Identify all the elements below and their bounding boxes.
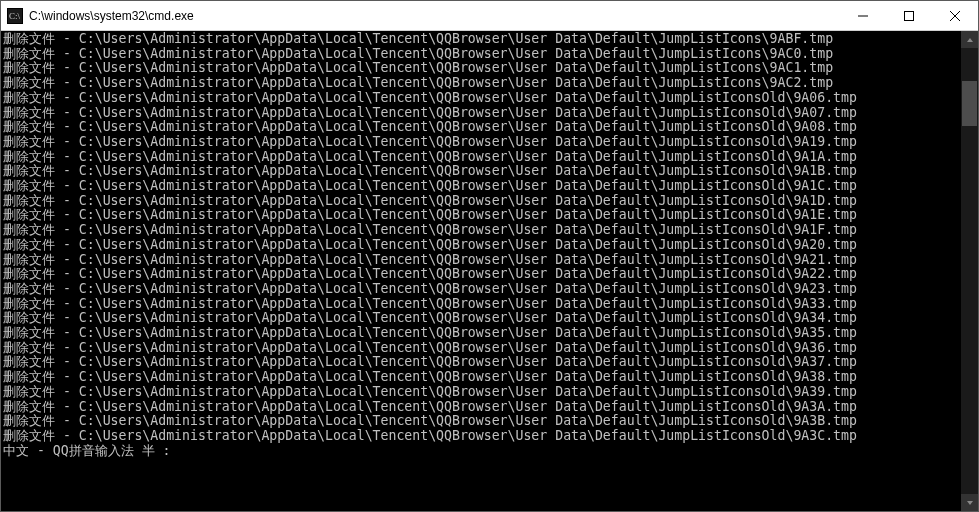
- console-line: 删除文件 - C:\Users\Administrator\AppData\Lo…: [3, 32, 959, 47]
- console-line: 删除文件 - C:\Users\Administrator\AppData\Lo…: [3, 385, 959, 400]
- console-line: 删除文件 - C:\Users\Administrator\AppData\Lo…: [3, 311, 959, 326]
- console-line: 删除文件 - C:\Users\Administrator\AppData\Lo…: [3, 414, 959, 429]
- console-line: 删除文件 - C:\Users\Administrator\AppData\Lo…: [3, 326, 959, 341]
- scroll-down-button[interactable]: [961, 494, 978, 511]
- console-line: 删除文件 - C:\Users\Administrator\AppData\Lo…: [3, 179, 959, 194]
- scroll-up-button[interactable]: [961, 31, 978, 48]
- console-line: 删除文件 - C:\Users\Administrator\AppData\Lo…: [3, 106, 959, 121]
- console-line: 删除文件 - C:\Users\Administrator\AppData\Lo…: [3, 238, 959, 253]
- console-line: 删除文件 - C:\Users\Administrator\AppData\Lo…: [3, 91, 959, 106]
- console-area: 删除文件 - C:\Users\Administrator\AppData\Lo…: [1, 31, 978, 511]
- svg-marker-7: [967, 38, 973, 42]
- window-title: C:\windows\system32\cmd.exe: [29, 9, 840, 23]
- console-line: 删除文件 - C:\Users\Administrator\AppData\Lo…: [3, 282, 959, 297]
- svg-text:C:\: C:\: [9, 11, 21, 21]
- console-line: 删除文件 - C:\Users\Administrator\AppData\Lo…: [3, 150, 959, 165]
- scroll-thumb[interactable]: [962, 81, 977, 126]
- cmd-window: C:\ C:\windows\system32\cmd.exe 删除文件 - C…: [0, 0, 979, 512]
- console-line: 删除文件 - C:\Users\Administrator\AppData\Lo…: [3, 253, 959, 268]
- svg-marker-8: [967, 501, 973, 505]
- console-line: 删除文件 - C:\Users\Administrator\AppData\Lo…: [3, 208, 959, 223]
- console-line: 删除文件 - C:\Users\Administrator\AppData\Lo…: [3, 76, 959, 91]
- titlebar[interactable]: C:\ C:\windows\system32\cmd.exe: [1, 1, 978, 31]
- console-line: 删除文件 - C:\Users\Administrator\AppData\Lo…: [3, 267, 959, 282]
- console-line: 删除文件 - C:\Users\Administrator\AppData\Lo…: [3, 370, 959, 385]
- console-line: 删除文件 - C:\Users\Administrator\AppData\Lo…: [3, 223, 959, 238]
- console-line: 删除文件 - C:\Users\Administrator\AppData\Lo…: [3, 47, 959, 62]
- ime-status-line: 中文 - QQ拼音输入法 半 :: [3, 444, 959, 459]
- console-line: 删除文件 - C:\Users\Administrator\AppData\Lo…: [3, 400, 959, 415]
- console-line: 删除文件 - C:\Users\Administrator\AppData\Lo…: [3, 429, 959, 444]
- close-button[interactable]: [932, 1, 978, 30]
- maximize-button[interactable]: [886, 1, 932, 30]
- cmd-icon: C:\: [7, 8, 23, 24]
- console-line: 删除文件 - C:\Users\Administrator\AppData\Lo…: [3, 355, 959, 370]
- console-output[interactable]: 删除文件 - C:\Users\Administrator\AppData\Lo…: [1, 31, 961, 511]
- console-line: 删除文件 - C:\Users\Administrator\AppData\Lo…: [3, 61, 959, 76]
- console-line: 删除文件 - C:\Users\Administrator\AppData\Lo…: [3, 341, 959, 356]
- console-line: 删除文件 - C:\Users\Administrator\AppData\Lo…: [3, 297, 959, 312]
- console-line: 删除文件 - C:\Users\Administrator\AppData\Lo…: [3, 194, 959, 209]
- console-line: 删除文件 - C:\Users\Administrator\AppData\Lo…: [3, 164, 959, 179]
- vertical-scrollbar[interactable]: [961, 31, 978, 511]
- window-controls: [840, 1, 978, 30]
- minimize-button[interactable]: [840, 1, 886, 30]
- console-line: 删除文件 - C:\Users\Administrator\AppData\Lo…: [3, 120, 959, 135]
- svg-rect-4: [905, 11, 914, 20]
- console-line: 删除文件 - C:\Users\Administrator\AppData\Lo…: [3, 135, 959, 150]
